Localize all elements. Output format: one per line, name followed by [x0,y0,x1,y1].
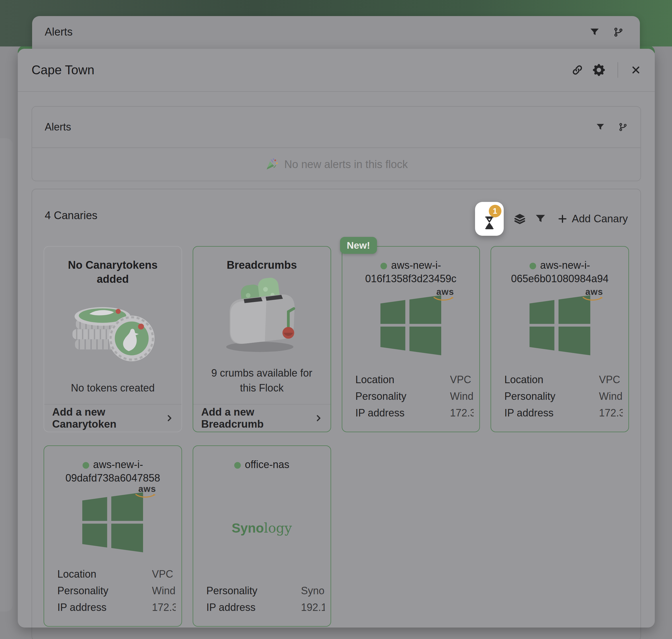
card-title: Breadcrumbs [193,247,331,272]
aws-logo: aws [582,287,607,301]
filter-icon[interactable] [596,123,605,131]
flock-modal: Cape Town [18,49,655,627]
breadcrumbs-status-text: 9 crumbs available for this Flock [193,358,331,404]
windows-logo: aws [529,295,590,356]
breadcrumbs-card[interactable]: Breadcrumbs [193,246,331,432]
detail-value: Windo… [152,585,176,597]
gear-icon[interactable] [593,64,605,76]
status-dot [234,462,241,469]
flock-title: Cape Town [32,63,94,77]
header-divider [618,62,618,78]
detail-value: 172.31.… [450,407,474,419]
alerts-window-title: Alerts [45,26,73,38]
detail-label: IP address [206,602,298,613]
pending-count-badge: 1 [489,205,501,217]
detail-label: IP address [57,602,149,613]
detail-label: Personality [57,585,149,597]
detail-value: Windo… [450,390,474,402]
canary-name: aws-new-i-09dafd738a6047858 [44,446,181,485]
detail-label: Location [504,374,596,386]
close-icon[interactable] [631,65,641,75]
flock-modal-header: Cape Town [18,49,655,92]
detail-value: VPC vp… [450,374,474,386]
hourglass-icon [483,216,496,230]
branch-icon[interactable] [613,27,624,37]
windows-logo: aws [82,492,143,553]
aws-logo: aws [433,287,458,301]
chevron-right-icon [165,414,174,423]
status-dot [83,462,89,469]
canaries-panel: 4 Canaries 1 [32,189,641,639]
link-icon[interactable] [572,64,583,76]
add-canarytoken-footer[interactable]: Add a new Canarytoken [44,404,181,432]
flock-alerts-title: Alerts [45,121,71,133]
background-panel-edge [0,138,13,611]
detail-label: Personality [504,390,596,402]
canaries-count-title: 4 Canaries [45,202,97,222]
canarytoken-coins-illustration [44,286,181,373]
canary-card[interactable]: office-nas Synology Personality Synolo… … [193,446,331,627]
party-popper-icon [265,157,279,171]
footer-label: Add a new Canarytoken [52,406,165,430]
footer-label: Add a new Breadcrumb [201,406,314,430]
detail-label: IP address [355,407,447,419]
canary-name: office-nas [227,446,297,471]
detail-value: 172.31.… [152,602,176,613]
aws-logo: aws [134,484,160,498]
windows-logo: aws [381,295,441,356]
detail-value: 192.168… [301,602,325,613]
canary-card[interactable]: aws-new-i-065e6b01080984a94 aws [491,246,629,432]
alerts-empty-state: No new alerts in this flock [32,148,640,181]
detail-label: Personality [206,585,298,597]
pending-canaries-button[interactable]: 1 [475,202,504,236]
tokens-status-text: No tokens created [44,373,181,404]
add-canary-label: Add Canary [572,213,628,225]
breadcrumbs-toaster-illustration [193,272,331,358]
card-title: No Canarytokens added [44,247,181,286]
detail-value: Windo… [599,390,623,402]
canary-card[interactable]: aws-new-i-09dafd738a6047858 aws [44,446,182,627]
detail-label: IP address [504,407,596,419]
synology-logo: Synology [231,520,292,536]
filter-icon[interactable] [589,27,600,37]
chevron-right-icon [314,414,323,423]
filter-icon[interactable] [535,213,546,224]
canary-card[interactable]: New! aws-new-i-016f1358f3d23459c aws [342,246,480,432]
new-badge: New! [340,237,377,254]
detail-label: Personality [355,390,447,402]
canarytokens-card[interactable]: No Canarytokens added [44,246,182,432]
add-canary-button[interactable]: Add Canary [557,213,628,225]
layers-icon[interactable] [513,213,526,225]
alerts-empty-message: No new alerts in this flock [284,158,408,171]
detail-value: VPC vp… [152,568,176,580]
detail-value: Synolo… [301,585,325,597]
detail-label: Location [57,568,149,580]
status-dot [381,263,387,269]
flock-alerts-panel: Alerts [32,106,641,181]
branch-icon[interactable] [618,122,628,132]
detail-label: Location [355,374,447,386]
status-dot [529,263,536,269]
screen: Alerts Cape Town [0,0,672,639]
plus-icon [557,213,568,224]
add-breadcrumb-footer[interactable]: Add a new Breadcrumb [193,404,331,432]
detail-value: 172.31.… [599,407,623,419]
detail-value: VPC vp… [599,374,623,386]
canary-name: aws-new-i-065e6b01080984a94 [491,247,628,286]
